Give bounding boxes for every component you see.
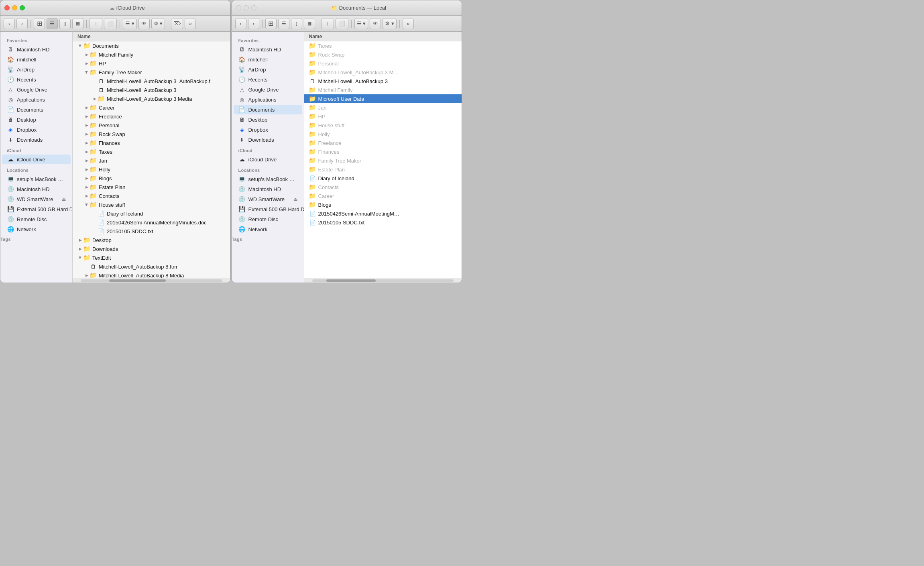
file-downloads-folder[interactable]: ▶ 📁 Downloads xyxy=(73,244,230,253)
finances-expand[interactable]: ▶ xyxy=(84,140,90,146)
estate-plan-expand[interactable]: ▶ xyxy=(84,184,90,190)
r-sidebar-item-external-500[interactable]: 💾 External 500 GB Hard Drive ⏏ xyxy=(234,204,302,214)
career-expand[interactable]: ▶ xyxy=(84,105,90,110)
r-sidebar-item-downloads[interactable]: ⬇ Downloads xyxy=(234,135,302,145)
left-scrollbar-thumb[interactable] xyxy=(109,279,166,282)
file-autobackup-3[interactable]: ▶ 🗒 Mitchell-Lowell_AutoBackup 3 xyxy=(73,86,230,94)
r-sidebar-item-setups-macbook[interactable]: 💻 setup's MacBook Pro xyxy=(234,174,302,184)
view-cover-button[interactable]: ▦ xyxy=(72,18,83,29)
personal-expand[interactable]: ▶ xyxy=(84,122,90,128)
wd-eject-icon[interactable]: ⏏ xyxy=(62,197,66,202)
more-button[interactable]: » xyxy=(185,18,196,29)
file-ml8-media[interactable]: ▶ 📁 Mitchell-Lowell_AutoBackup 8 Media xyxy=(73,271,230,278)
r-file-contacts[interactable]: 📁 Contacts xyxy=(304,183,462,191)
downloads-folder-expand[interactable]: ▶ xyxy=(77,246,83,252)
family-tree-maker-expand[interactable]: ▶ xyxy=(84,69,90,75)
sidebar-item-setups-macbook[interactable]: 💻 setup's MacBook Pro xyxy=(2,174,71,184)
r-wd-eject-icon[interactable]: ⏏ xyxy=(293,197,297,202)
minimize-button[interactable] xyxy=(12,5,17,10)
sidebar-item-external-500[interactable]: 💾 External 500 GB Hard Drive ⏏ xyxy=(2,204,71,214)
contacts-expand[interactable]: ▶ xyxy=(84,193,90,199)
r-file-career[interactable]: 📁 Career xyxy=(304,191,462,200)
r-view-column-button[interactable]: ⫿ xyxy=(291,18,302,29)
r-action-button[interactable]: ⚙ ▾ xyxy=(383,18,397,29)
r-share-button[interactable]: ↑ xyxy=(321,18,334,29)
freelance-expand[interactable]: ▶ xyxy=(84,114,90,119)
r-back-button[interactable]: ‹ xyxy=(235,18,246,29)
file-diary-of-iceland[interactable]: ▶ 📄 Diary of Iceland xyxy=(73,209,230,218)
hp-expand[interactable]: ▶ xyxy=(84,61,90,66)
r-tag-button[interactable]: ⬜ xyxy=(336,18,348,29)
right-file-list[interactable]: 📁 Taxes 📁 Rock Swap 📁 Personal 📁 Mitchel… xyxy=(304,41,462,278)
view-list-button[interactable]: ☰ xyxy=(47,18,58,29)
right-minimize-button[interactable] xyxy=(244,5,249,10)
mitchell-family-expand[interactable]: ▶ xyxy=(84,52,90,57)
rock-swap-expand[interactable]: ▶ xyxy=(84,131,90,137)
file-jan[interactable]: ▶ 📁 Jan xyxy=(73,156,230,165)
file-holly[interactable]: ▶ 📁 Holly xyxy=(73,165,230,174)
r-file-mitchell-family[interactable]: 📁 Mitchell Family xyxy=(304,86,462,94)
tag-button[interactable]: ⬜ xyxy=(104,18,117,29)
blogs-expand[interactable]: ▶ xyxy=(84,175,90,181)
house-stuff-expand[interactable]: ▶ xyxy=(84,202,90,208)
right-scrollbar-track[interactable] xyxy=(312,279,454,282)
right-scrollbar-thumb[interactable] xyxy=(326,279,376,282)
back-button[interactable]: ‹ xyxy=(4,18,15,29)
r-file-finances[interactable]: 📁 Finances xyxy=(304,147,462,156)
ml8-media-expand[interactable]: ▶ xyxy=(84,273,90,278)
desktop-folder-expand[interactable]: ▶ xyxy=(77,237,83,243)
r-sidebar-item-recents[interactable]: 🕐 Recents xyxy=(234,75,302,84)
r-sidebar-item-wd-smartware[interactable]: 💿 WD SmartWare ⏏ xyxy=(234,194,302,204)
left-file-list[interactable]: ▶ 📁 Documents ▶ 📁 Mitchell Family ▶ 📁 HP xyxy=(73,41,230,278)
r-file-jan[interactable]: 📁 Jan xyxy=(304,103,462,112)
right-close-button[interactable] xyxy=(236,5,241,10)
sidebar-item-macintosh-hd[interactable]: 🖥 Macintosh HD xyxy=(2,45,71,54)
maximize-button[interactable] xyxy=(20,5,25,10)
view-grid-button[interactable]: ⊞ xyxy=(34,18,45,29)
file-blogs[interactable]: ▶ 📁 Blogs xyxy=(73,174,230,183)
r-view-list-button[interactable]: ☰ xyxy=(278,18,289,29)
r-file-personal[interactable]: 📁 Personal xyxy=(304,59,462,68)
sidebar-item-network[interactable]: 🌐 Network xyxy=(2,224,71,234)
r-eye-button[interactable]: 👁 xyxy=(370,18,381,29)
file-family-tree-maker[interactable]: ▶ 📁 Family Tree Maker xyxy=(73,68,230,77)
r-sidebar-item-desktop[interactable]: 🖥 Desktop xyxy=(234,115,302,124)
r-file-taxes[interactable]: 📁 Taxes xyxy=(304,41,462,50)
share-button[interactable]: ↑ xyxy=(90,18,102,29)
sidebar-item-documents[interactable]: 📄 Documents xyxy=(2,105,71,114)
file-house-stuff[interactable]: ▶ 📁 House stuff xyxy=(73,200,230,209)
eye-button[interactable]: 👁 xyxy=(138,18,150,29)
file-documents[interactable]: ▶ 📁 Documents xyxy=(73,41,230,50)
r-sidebar-item-macintosh-hd-loc[interactable]: 💿 Macintosh HD xyxy=(234,184,302,194)
r-file-holly[interactable]: 📁 Holly xyxy=(304,130,462,138)
r-file-20150105[interactable]: 📄 20150105 SDDC.txt xyxy=(304,218,462,227)
r-view-options-button[interactable]: ☰ ▾ xyxy=(354,18,368,29)
r-file-20150426[interactable]: 📄 20150426Semi-AnnualMeetingM… xyxy=(304,209,462,218)
jan-expand[interactable]: ▶ xyxy=(84,158,90,163)
r-file-ml-3m[interactable]: 📁 Mitchell-Lowell_AutoBackup 3 M… xyxy=(304,68,462,77)
sidebar-item-downloads[interactable]: ⬇ Downloads xyxy=(2,135,71,145)
file-personal[interactable]: ▶ 📁 Personal xyxy=(73,121,230,130)
sidebar-item-recents[interactable]: 🕐 Recents xyxy=(2,75,71,84)
file-mitchell-lowell-8[interactable]: ▶ 🗒 Mitchell-Lowell_AutoBackup 8.ftm xyxy=(73,262,230,271)
r-file-rock-swap[interactable]: 📁 Rock Swap xyxy=(304,50,462,59)
r-file-blogs[interactable]: 📁 Blogs xyxy=(304,200,462,209)
sidebar-item-icloud-drive[interactable]: ☁ iCloud Drive xyxy=(2,155,71,164)
sidebar-item-wd-smartware[interactable]: 💿 WD SmartWare ⏏ xyxy=(2,194,71,204)
delete-button[interactable]: ⌦ xyxy=(171,18,183,29)
r-file-microsoft-user-data[interactable]: 📁 Microsoft User Data xyxy=(304,94,462,103)
r-sidebar-item-airdrop[interactable]: 📡 AirDrop xyxy=(234,65,302,74)
r-file-ml-3[interactable]: 🗒 Mitchell-Lowell_AutoBackup 3 xyxy=(304,77,462,86)
file-textedit-folder[interactable]: ▶ 📁 TextEdit xyxy=(73,253,230,262)
file-taxes[interactable]: ▶ 📁 Taxes xyxy=(73,147,230,156)
r-file-hp[interactable]: 📁 HP xyxy=(304,112,462,121)
file-contacts[interactable]: ▶ 📁 Contacts xyxy=(73,191,230,200)
r-file-estate-plan[interactable]: 📁 Estate Plan xyxy=(304,165,462,174)
file-hp[interactable]: ▶ 📁 HP xyxy=(73,59,230,68)
sidebar-item-rmitchell[interactable]: 🏠 rmitchell xyxy=(2,55,71,64)
file-estate-plan[interactable]: ▶ 📁 Estate Plan xyxy=(73,183,230,191)
view-options-button[interactable]: ☰ ▾ xyxy=(123,18,137,29)
r-file-house-stuff[interactable]: 📁 House stuff xyxy=(304,121,462,130)
file-finances[interactable]: ▶ 📁 Finances xyxy=(73,138,230,147)
r-more-button[interactable]: » xyxy=(403,18,414,29)
